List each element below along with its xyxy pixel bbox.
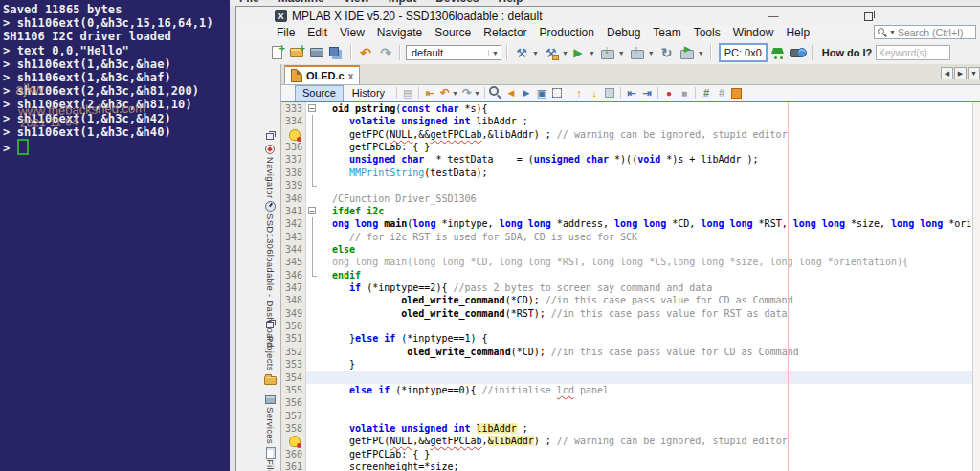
serial-terminal[interactable]: Saved 11865 bytes> sh1106ext(0,&h3c,15,1… (0, 0, 230, 471)
uncomment-icon[interactable] (714, 86, 729, 100)
format-icon[interactable] (400, 86, 415, 100)
code-text[interactable] (319, 320, 980, 332)
insert-code-icon[interactable] (729, 86, 745, 100)
code-line-342[interactable]: 342ong long main(long *inptype, long lon… (281, 217, 980, 230)
restore-button[interactable] (860, 11, 878, 22)
code-line-352[interactable]: 352 oled_write_command(*CD); //in this c… (281, 346, 980, 358)
rect-selection-icon[interactable] (549, 86, 565, 100)
sidebar-tab-services[interactable]: Services (263, 393, 277, 444)
code-line-359[interactable]: getFPC(NULL,&&getFPCLab,&libAddr) ; // w… (281, 435, 980, 447)
code-line-334[interactable]: 334 volatile unsigned int libAddr ; (281, 115, 980, 127)
new-project-icon[interactable] (288, 45, 305, 61)
code-line-335[interactable]: getFPC(NULL,&&getFPCLab,&libAddr) ; // w… (281, 128, 980, 141)
forward-dropdown-icon[interactable]: ▼ (474, 90, 480, 97)
minimize-button[interactable]: — (765, 11, 782, 22)
code-line-336[interactable]: 336 getFPCLab: { } (281, 141, 980, 153)
code-line-344[interactable]: 344else (281, 243, 980, 256)
code-line-340[interactable]: 340/CFunction Driver_SSD1306 (281, 192, 980, 205)
menu-production[interactable]: Production (540, 26, 594, 39)
tab-list-button[interactable]: ▼ (968, 67, 980, 79)
next-bookmark-icon[interactable] (587, 86, 602, 100)
code-text[interactable]: getFPC(NULL,&&getFPCLab,&libAddr) ; // w… (319, 128, 980, 141)
menu-navigate[interactable]: Navigate (377, 26, 422, 39)
sidebar-tab-navigator[interactable]: Navigator (263, 144, 277, 198)
program-device-icon[interactable] (599, 45, 616, 61)
menu-help[interactable]: Help (786, 26, 810, 39)
menu-view[interactable]: View (340, 26, 365, 39)
code-text[interactable]: } (319, 358, 980, 370)
run-dropdown-icon[interactable]: ▼ (589, 50, 595, 56)
code-line-333[interactable]: 333oid pstring(const char *s){ (281, 102, 980, 115)
tab-close-icon[interactable]: x (348, 71, 354, 81)
clean-build-dropdown-icon[interactable]: ▼ (562, 50, 568, 56)
program-device-dropdown-icon[interactable]: ▼ (618, 50, 625, 56)
clean-build-icon[interactable] (543, 45, 560, 61)
code-text[interactable]: oled_write_command(*CD); //in this case … (319, 346, 980, 358)
error-stripe[interactable] (972, 102, 980, 471)
code-line-356[interactable]: 356 (281, 396, 980, 409)
code-line-338[interactable]: 338 MMPrintString(testData); (281, 167, 980, 179)
tab-oled-c[interactable]: OLED.c x (284, 65, 360, 84)
refresh-debug-icon[interactable] (658, 45, 676, 61)
previous-bookmark-icon[interactable] (571, 86, 587, 100)
shift-right-icon[interactable] (639, 86, 655, 100)
code-line-351[interactable]: 351 }else if (*inptype==1) { (281, 332, 980, 345)
device-globe-icon[interactable] (790, 45, 807, 61)
code-text[interactable] (319, 410, 980, 422)
vm-menu-file[interactable]: File (239, 0, 259, 5)
code-text[interactable]: }else if (*inptype==1) { (319, 332, 980, 345)
shift-left-icon[interactable] (624, 86, 639, 100)
stop-macro-icon[interactable] (677, 86, 692, 100)
code-text[interactable]: getFPC(NULL,&&getFPCLab,&libAddr) ; // w… (319, 435, 980, 447)
menu-window[interactable]: Window (733, 26, 774, 39)
code-line-345[interactable]: 345ong long main(long long *CD, long lon… (281, 256, 980, 268)
code-text[interactable]: oled_write_command(*CD); //in this case … (319, 294, 980, 306)
vm-menu-view[interactable]: View (344, 0, 369, 5)
code-fold-toggle[interactable] (306, 102, 319, 115)
build-icon[interactable] (513, 45, 530, 61)
code-line-346[interactable]: 346endif (281, 269, 980, 281)
menu-refactor[interactable]: Refactor (483, 26, 526, 39)
code-line-358[interactable]: 358 volatile unsigned int libAddr ; (281, 422, 980, 435)
code-text[interactable] (319, 371, 980, 384)
how-do-i-input[interactable] (876, 45, 950, 60)
code-text[interactable] (319, 179, 980, 191)
code-text[interactable]: ong long main(long long *CD, long long *… (319, 256, 980, 268)
vm-menu-machine[interactable]: Machine (278, 0, 324, 5)
redo-icon[interactable] (377, 45, 394, 61)
code-line-343[interactable]: 343 // for i2c RST is used for SDA, CD i… (281, 231, 980, 243)
save-all-icon[interactable] (328, 45, 345, 61)
code-line-349[interactable]: 349 oled_write_command(*RST); //in this … (281, 307, 980, 320)
code-line-339[interactable]: 339 (281, 179, 980, 191)
code-text[interactable]: oled_write_command(*RST); //in this case… (319, 307, 980, 320)
record-macro-icon[interactable] (661, 86, 677, 100)
undo-icon[interactable] (357, 45, 374, 61)
code-editor[interactable]: 333oid pstring(const char *s){334 volati… (281, 102, 980, 471)
code-text[interactable]: else if (*inptype==0){ //initialise lcd … (319, 384, 980, 396)
code-line-337[interactable]: 337 unsigned char * testData = (unsigned… (281, 153, 980, 166)
run-device-dropdown-icon[interactable]: ▼ (698, 50, 704, 56)
sidebar-tab-files[interactable]: Files (263, 446, 277, 471)
configuration-select[interactable]: default ▼ (406, 45, 501, 60)
title-bar[interactable]: X MPLAB X IDE v5.20 - SSD1306loadable : … (236, 7, 980, 25)
open-project-icon[interactable] (308, 45, 325, 61)
store-cart-icon[interactable] (769, 45, 787, 61)
back-icon[interactable] (437, 86, 453, 100)
code-line-348[interactable]: 348 oled_write_command(*CD); //in this c… (281, 294, 980, 306)
build-dropdown-icon[interactable]: ▼ (532, 50, 539, 56)
code-line-347[interactable]: 347 if (*inptype==2){ //pass 2 bytes to … (281, 281, 980, 294)
code-line-361[interactable]: 361 screenheight=*size; (281, 460, 980, 471)
search-box[interactable]: ▼ Search (Ctrl+I) (874, 25, 976, 39)
find-selection-icon[interactable] (534, 86, 549, 100)
vm-menu-input[interactable]: Input (389, 0, 416, 5)
find-previous-icon[interactable] (503, 86, 519, 100)
vm-menu-devices[interactable]: Devices (435, 0, 479, 5)
menu-edit[interactable]: Edit (307, 26, 327, 39)
code-line-350[interactable]: 350 (281, 320, 980, 332)
code-line-341[interactable]: 341ifdef i2c (281, 205, 980, 217)
code-text[interactable]: volatile unsigned int libAddr ; (319, 115, 980, 127)
menu-source[interactable]: Source (434, 26, 471, 39)
back-dropdown-icon[interactable]: ▼ (452, 90, 458, 97)
code-line-354[interactable]: 354 (281, 371, 980, 384)
vm-menu-help[interactable]: Help (499, 0, 523, 5)
